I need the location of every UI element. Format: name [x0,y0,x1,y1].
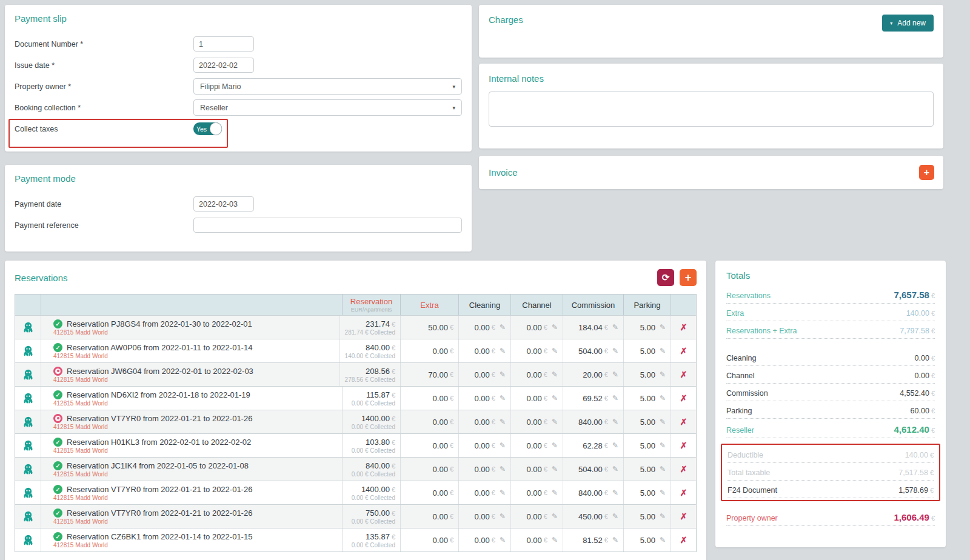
payment-reference-input[interactable] [193,218,462,233]
reservation-title: Reservation VT7YR0 from 2022-01-21 to 20… [67,485,252,494]
reservation-description-cell: ✓ Reservation JW6G04 from 2022-02-01 to … [41,363,340,386]
add-new-charge-button[interactable]: ▾ Add new [882,15,934,32]
cleaning-amount: 0.00 [475,536,490,545]
delete-row-icon[interactable]: ✗ [680,417,687,427]
edit-icon[interactable]: ✎ [552,323,558,332]
internal-notes-textarea[interactable] [489,92,934,127]
edit-icon[interactable]: ✎ [500,370,506,379]
table-row: ✓ Reservation VT7YR0 from 2022-01-21 to … [15,481,696,504]
edit-icon[interactable]: ✎ [500,347,506,355]
delete-row-icon[interactable]: ✗ [680,370,687,379]
edit-icon[interactable]: ✎ [660,418,666,426]
delete-row-icon[interactable]: ✗ [680,393,687,403]
edit-icon[interactable]: ✎ [612,536,618,544]
parking-amount: 5.00 [640,418,655,427]
edit-icon[interactable]: ✎ [612,418,618,426]
collected-amount: 281.74 € Collected [345,329,395,336]
euro-sign: € [492,536,495,544]
document-number-input[interactable] [193,36,254,52]
edit-icon[interactable]: ✎ [500,488,506,497]
edit-icon[interactable]: ✎ [660,347,666,355]
edit-icon[interactable]: ✎ [660,488,666,497]
totals-panel: Totals Reservations 7,657.58€ Extra 140.… [715,261,946,547]
parking-cell: 5.00 ✎ [623,387,671,410]
delete-row-icon[interactable]: ✗ [680,346,687,356]
edit-icon[interactable]: ✎ [612,370,618,379]
delete-row-icon[interactable]: ✗ [680,441,687,450]
reservations-table: Reservation EUR/Apartments Extra Cleanin… [15,294,697,552]
cleaning-amount: 0.00 [475,394,490,403]
edit-icon[interactable]: ✎ [612,323,618,332]
edit-icon[interactable]: ✎ [500,418,506,426]
channel-amount: 0.00 [527,347,542,356]
edit-icon[interactable]: ✎ [660,394,666,402]
edit-icon[interactable]: ✎ [500,441,506,450]
totals-row-cleaning: Cleaning 0.00€ [726,348,935,366]
edit-icon[interactable]: ✎ [612,465,618,473]
edit-icon[interactable]: ✎ [552,418,558,426]
edit-icon[interactable]: ✎ [660,441,666,450]
collected-amount: 140.00 € Collected [345,353,395,359]
extra-cell: 70.00€ [400,363,458,386]
edit-icon[interactable]: ✎ [612,488,618,497]
document-number-label: Document Number * [15,40,193,48]
commission-amount: 504.00 [578,347,603,356]
edit-icon[interactable]: ✎ [552,370,558,379]
booking-collection-select[interactable]: Reseller ▾ [193,99,462,116]
edit-icon[interactable]: ✎ [552,347,558,355]
add-new-label: Add new [897,19,926,27]
extra-cell: 0.00€ [400,339,458,362]
delete-row-icon[interactable]: ✗ [680,512,687,521]
property-owner-select[interactable]: Filippi Mario ▾ [193,78,462,95]
reservation-amount-cell: 115.87€ 0.00 € Collected [342,387,400,410]
issue-date-input[interactable] [193,58,254,73]
delete-cell: ✗ [671,528,696,552]
cleaning-cell: 0.00€ ✎ [458,434,510,457]
delete-row-icon[interactable]: ✗ [680,535,687,545]
edit-icon[interactable]: ✎ [660,512,666,521]
edit-icon[interactable]: ✎ [660,536,666,544]
add-invoice-button[interactable]: + [919,165,934,180]
delete-row-icon[interactable]: ✗ [680,464,687,474]
edit-icon[interactable]: ✎ [552,465,558,473]
issue-date-row: Issue date * [15,55,462,76]
reservation-title: Reservation PJ8GS4 from 2022-01-30 to 20… [67,319,252,328]
payment-date-label: Payment date [15,200,193,208]
cleaning-cell: 0.00€ ✎ [458,528,510,552]
edit-icon[interactable]: ✎ [500,394,506,402]
refresh-reservations-button[interactable]: ⟳ [657,269,674,286]
edit-icon[interactable]: ✎ [552,512,558,521]
tax-summary-highlight-annotation: Deductible 140.00€ Total taxable 7,517.5… [721,444,940,501]
payment-date-input[interactable] [193,196,254,212]
euro-sign: € [492,513,495,520]
edit-icon[interactable]: ✎ [612,347,618,355]
add-reservation-button[interactable]: + [680,269,697,286]
euro-sign: € [604,395,608,402]
edit-icon[interactable]: ✎ [552,488,558,497]
parking-amount: 5.00 [640,465,655,474]
edit-icon[interactable]: ✎ [552,536,558,544]
edit-icon[interactable]: ✎ [500,465,506,473]
issue-date-label: Issue date * [15,61,193,70]
property-owner-label: Property owner * [15,82,193,91]
edit-icon[interactable]: ✎ [552,394,558,402]
edit-icon[interactable]: ✎ [612,512,618,521]
reservations-table-body: ✓ Reservation PJ8GS4 from 2022-01-30 to … [15,315,696,552]
edit-icon[interactable]: ✎ [612,394,618,402]
commission-cell: 69.52€ ✎ [563,387,623,410]
collect-taxes-toggle[interactable]: Yes [193,122,222,135]
edit-icon[interactable]: ✎ [660,370,666,379]
reservation-amount: 1400.00 [361,414,390,423]
euro-sign: € [544,347,547,355]
edit-icon[interactable]: ✎ [500,512,506,521]
edit-icon[interactable]: ✎ [500,536,506,544]
delete-row-icon[interactable]: ✗ [680,322,687,332]
edit-icon[interactable]: ✎ [500,323,506,332]
table-row: ✓ Reservation CZ6BK1 from 2022-01-14 to … [15,528,696,552]
edit-icon[interactable]: ✎ [612,441,618,450]
cleaning-amount: 0.00 [475,488,490,498]
edit-icon[interactable]: ✎ [552,441,558,450]
edit-icon[interactable]: ✎ [660,323,666,332]
edit-icon[interactable]: ✎ [660,465,666,473]
delete-row-icon[interactable]: ✗ [680,488,687,498]
